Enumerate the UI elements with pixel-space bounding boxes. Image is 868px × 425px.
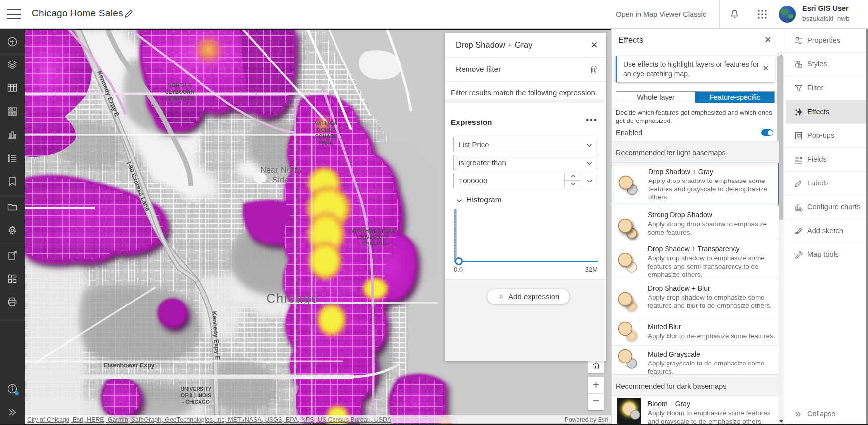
svg-text:Chicago: Chicago [267, 291, 319, 305]
svg-text:UNIVERSITY: UNIVERSITY [357, 234, 388, 240]
svg-text:Side: Side [272, 176, 289, 184]
svg-text:GOUDY: GOUDY [317, 127, 336, 133]
svg-text:Eisenhower Expy: Eisenhower Expy [103, 362, 155, 369]
svg-text:OF ILLINOIS: OF ILLINOIS [181, 392, 211, 398]
svg-text:Near North: Near North [260, 166, 301, 174]
svg-text:SQUARE: SQUARE [315, 133, 337, 139]
svg-text:- CHICAGO: - CHICAGO [359, 241, 387, 246]
svg-text:NORTHWESTERN: NORTHWESTERN [350, 228, 395, 234]
svg-text:City of Chicago, Esri, HERE, G: City of Chicago, Esri, HERE, Garmin, Saf… [27, 416, 392, 423]
svg-text:PARK: PARK [319, 140, 334, 146]
svg-text:- CHICAGO: - CHICAGO [182, 399, 210, 405]
svg-text:Powered by Esri: Powered by Esri [565, 416, 608, 423]
svg-text:NORTH &: NORTH & [168, 82, 192, 88]
svg-text:UNIVERSITY: UNIVERSITY [180, 386, 211, 392]
svg-text:WILLIAM: WILLIAM [315, 121, 337, 126]
svg-text:CLYBOURN: CLYBOURN [165, 89, 195, 95]
svg-text:CORRIDOR: CORRIDOR [165, 95, 194, 101]
